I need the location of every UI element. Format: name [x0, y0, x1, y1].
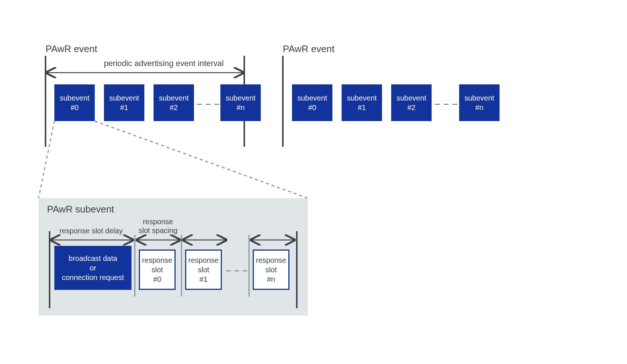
slot-l3: #n — [267, 274, 275, 284]
broadcast-l1: broadcast data — [69, 254, 117, 263]
response-slot-n: response slot #n — [253, 250, 289, 290]
subevent-box-2a: subevent #2 — [154, 84, 194, 121]
subevent-num: #1 — [120, 103, 128, 112]
delay-label: response slot delay — [54, 227, 128, 235]
subevent-box-1a: subevent #1 — [104, 84, 144, 121]
diagram-canvas: PAwR event PAwR event periodic advertisi… — [0, 0, 627, 364]
subevent-label: subevent — [159, 93, 188, 103]
subevent-label: subevent — [297, 93, 327, 103]
slot-l1: response — [256, 255, 286, 265]
svg-line-4 — [39, 121, 54, 198]
subevent-label: subevent — [109, 93, 139, 103]
svg-line-5 — [95, 121, 308, 198]
slot-l2: slot — [265, 265, 277, 274]
slot-l3: #0 — [153, 274, 161, 284]
sub-ellipsis: – – – — [226, 266, 248, 275]
subevent-label: subevent — [226, 93, 255, 103]
subevent-box-1b: subevent #1 — [342, 84, 382, 121]
slot-l3: #1 — [199, 274, 208, 284]
top-ellipsis-b: – – – — [435, 98, 458, 109]
subevent-box-2b: subevent #2 — [391, 84, 432, 121]
subevent-num: #1 — [358, 103, 366, 112]
spacing-label-l1: response — [136, 217, 180, 226]
subevent-box-0b: subevent #0 — [292, 84, 332, 121]
subevent-label: subevent — [60, 93, 89, 103]
subevent-box-nb: subevent #n — [459, 84, 500, 121]
subevent-num: #0 — [71, 103, 79, 112]
subevent-num: #2 — [170, 103, 178, 112]
subevent-num: #n — [475, 103, 483, 112]
spacing-label: response slot spacing — [136, 217, 180, 235]
slot-l1: response — [188, 255, 219, 265]
response-slot-0: response slot #0 — [139, 250, 176, 290]
subevent-num: #2 — [407, 103, 415, 112]
broadcast-l2: or — [90, 263, 96, 273]
subevent-label: subevent — [396, 93, 426, 103]
interval-label: periodic advertising event interval — [46, 59, 282, 68]
subevent-label: subevent — [347, 93, 376, 103]
event2-title: PAwR event — [283, 43, 335, 55]
spacing-label-l2: slot spacing — [136, 226, 180, 235]
top-ellipsis-a: – – – — [197, 98, 220, 109]
broadcast-l3: connection request — [62, 273, 124, 282]
subevent-label: subevent — [464, 93, 494, 103]
subevent-box-0a: subevent #0 — [54, 84, 95, 121]
slot-l2: slot — [198, 265, 209, 274]
sep-3 — [0, 0, 110, 55]
response-slot-1: response slot #1 — [185, 250, 222, 290]
subevent-num: #0 — [308, 103, 316, 112]
subevent-title: PAwR subevent — [47, 204, 114, 215]
subevent-num: #n — [237, 103, 245, 112]
slot-l1: response — [142, 255, 172, 265]
slot-l2: slot — [151, 265, 163, 274]
broadcast-box: broadcast data or connection request — [54, 246, 131, 290]
subevent-box-na: subevent #n — [220, 84, 261, 121]
